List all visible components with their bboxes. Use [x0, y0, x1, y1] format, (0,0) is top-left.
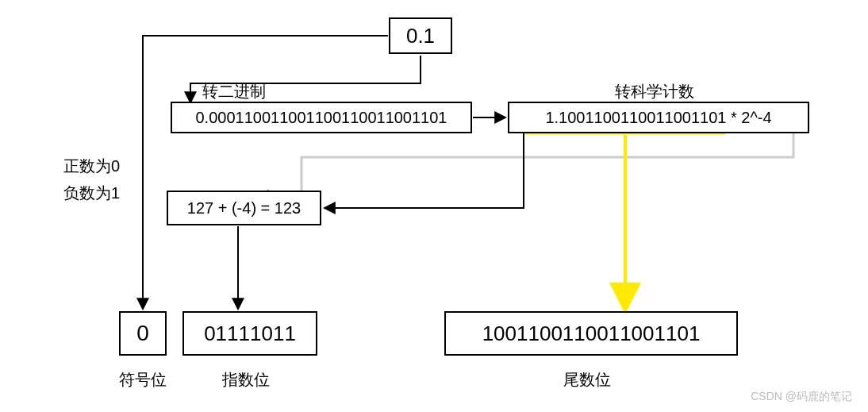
negative-sign-label: 负数为1	[63, 183, 120, 204]
mantissa-bits-box: 1001100110011001101	[444, 311, 738, 356]
exponent-formula-box: 127 + (-4) = 123	[167, 191, 321, 225]
exponent-bits-label: 指数位	[222, 369, 270, 391]
mantissa-bits-label: 尾数位	[563, 369, 611, 391]
exponent-bits-box: 01111011	[182, 311, 317, 356]
scientific-notation-label: 转科学计数	[615, 81, 694, 102]
binary-conversion-label: 转二进制	[202, 81, 266, 102]
sign-bit-box: 0	[119, 311, 167, 356]
scientific-value-box: 1.1001100110011001101 * 2^-4	[508, 102, 809, 133]
decimal-value-box: 0.1	[389, 17, 452, 54]
sign-bit-label: 符号位	[119, 369, 167, 391]
binary-value-box: 0.000110011001100110011001101	[171, 102, 472, 133]
positive-sign-label: 正数为0	[63, 156, 120, 177]
watermark-text: CSDN @码鹿的笔记	[751, 390, 852, 404]
